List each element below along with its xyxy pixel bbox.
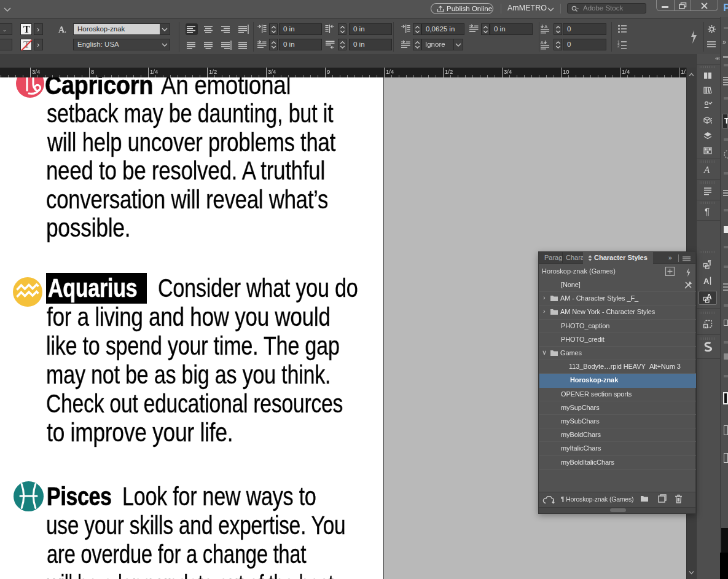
- svg-text:A: A: [541, 40, 544, 45]
- svg-text:A: A: [703, 165, 710, 175]
- svg-text:¶: ¶: [705, 207, 710, 216]
- svg-text:2: 2: [617, 44, 620, 48]
- svg-text:A: A: [544, 24, 548, 30]
- svg-text:A: A: [703, 277, 710, 286]
